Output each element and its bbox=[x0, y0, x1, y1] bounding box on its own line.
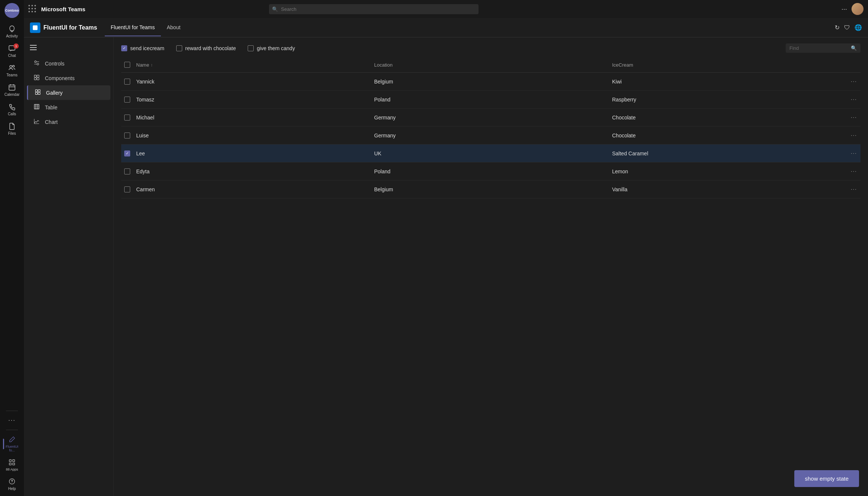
table-icon bbox=[33, 104, 40, 111]
svg-rect-14 bbox=[37, 75, 39, 77]
nav-item-gallery[interactable]: Gallery bbox=[27, 85, 110, 100]
table-row: Luise Germany Chocolate ··· bbox=[121, 127, 861, 144]
app-header: FluentUI for Teams FluentUI for Teams Ab… bbox=[24, 18, 868, 37]
globe-icon[interactable]: 🌐 bbox=[855, 24, 862, 31]
filter-send-icecream[interactable]: ✓ send icecream bbox=[121, 45, 164, 51]
sidebar-item-files[interactable]: Files bbox=[3, 120, 21, 138]
filter-reward-chocolate[interactable]: reward with chocolate bbox=[176, 45, 236, 51]
sidebar-item-activity[interactable]: Activity bbox=[3, 22, 21, 40]
shield-icon[interactable]: 🛡 bbox=[844, 24, 850, 31]
sidebar-item-fluent-label: FluentUI fo... bbox=[4, 445, 19, 452]
sidebar-item-more[interactable]: ··· bbox=[3, 414, 21, 427]
svg-rect-19 bbox=[36, 92, 38, 95]
calendar-icon bbox=[8, 83, 16, 91]
col-icecream-label: IceCream bbox=[612, 62, 633, 68]
row3-actions[interactable]: ··· bbox=[847, 110, 861, 125]
app-nav: FluentUI for Teams About bbox=[105, 19, 187, 36]
app-logo bbox=[30, 22, 40, 33]
row1-actions[interactable]: ··· bbox=[847, 74, 861, 89]
sidebar-item-calls[interactable]: Calls bbox=[3, 100, 21, 118]
nav-item-components[interactable]: Components bbox=[27, 71, 110, 85]
sidebar-item-teams[interactable]: Teams bbox=[3, 61, 21, 79]
find-input[interactable] bbox=[789, 45, 849, 51]
sidebar-item-teams-label: Teams bbox=[6, 73, 17, 77]
nav-item-table[interactable]: Table bbox=[27, 100, 110, 115]
left-nav: Controls Components bbox=[24, 37, 114, 496]
nav-item-chart[interactable]: Chart bbox=[27, 115, 110, 129]
sidebar-item-help-label: Help bbox=[8, 487, 16, 491]
svg-point-12 bbox=[37, 63, 39, 65]
nav-components-label: Components bbox=[45, 75, 74, 81]
components-icon bbox=[33, 74, 40, 82]
row4-actions[interactable]: ··· bbox=[847, 128, 861, 143]
table-area: ✓ send icecream reward with chocolate gi… bbox=[114, 37, 868, 496]
far-sidebar-bottom: ··· FluentUI fo... 88 Apps bbox=[3, 409, 21, 493]
grid-menu-icon[interactable] bbox=[28, 5, 37, 13]
sidebar-item-help[interactable]: Help bbox=[3, 475, 21, 493]
svg-rect-3 bbox=[9, 85, 15, 90]
svg-rect-17 bbox=[36, 90, 38, 92]
sidebar-item-apps[interactable]: 88 Apps bbox=[3, 456, 21, 474]
svg-rect-4 bbox=[9, 460, 11, 462]
row5-actions[interactable]: ··· bbox=[847, 146, 861, 161]
table-row: Yannick Belgium Kiwi ··· bbox=[121, 73, 861, 91]
row1-select[interactable] bbox=[121, 75, 133, 88]
search-input[interactable] bbox=[269, 4, 479, 14]
app-header-right: ↻ 🛡 🌐 bbox=[835, 24, 862, 31]
activity-icon bbox=[8, 25, 16, 33]
row6-select[interactable] bbox=[121, 165, 133, 178]
row2-icecream: Raspberry bbox=[609, 93, 847, 106]
row2-select[interactable] bbox=[121, 93, 133, 106]
row6-actions[interactable]: ··· bbox=[847, 164, 861, 179]
contoso-avatar[interactable]: Contoso bbox=[4, 3, 19, 18]
files-icon bbox=[8, 122, 16, 130]
find-search-icon: 🔍 bbox=[851, 45, 857, 51]
show-empty-state-button[interactable]: show empty state bbox=[794, 470, 859, 487]
checkbox-send-icecream[interactable]: ✓ bbox=[121, 45, 127, 51]
tab-about[interactable]: About bbox=[161, 19, 187, 36]
row3-location: Germany bbox=[371, 111, 609, 124]
row1-name: Yannick bbox=[133, 75, 371, 88]
row5-name: Lee bbox=[133, 147, 371, 160]
svg-rect-7 bbox=[13, 463, 15, 465]
row1-location: Belgium bbox=[371, 75, 609, 88]
bottom-bar: show empty state bbox=[794, 470, 859, 487]
row4-name: Luise bbox=[133, 129, 371, 142]
sidebar-item-fluent[interactable]: FluentUI fo... bbox=[3, 433, 21, 454]
sidebar-item-calendar[interactable]: Calendar bbox=[3, 81, 21, 99]
filter-give-candy[interactable]: give them candy bbox=[248, 45, 295, 51]
row2-location: Poland bbox=[371, 93, 609, 106]
filter-send-icecream-label: send icecream bbox=[130, 45, 164, 51]
row3-select[interactable] bbox=[121, 111, 133, 124]
chat-badge: 1 bbox=[13, 43, 19, 49]
sidebar-item-chat[interactable]: 1 Chat bbox=[3, 42, 21, 60]
row7-actions[interactable]: ··· bbox=[847, 182, 861, 197]
checkbox-give-candy[interactable] bbox=[248, 45, 254, 51]
checkbox-reward-chocolate[interactable] bbox=[176, 45, 182, 51]
row5-select[interactable]: ✓ bbox=[121, 147, 133, 160]
ellipsis-icon[interactable]: ··· bbox=[841, 5, 847, 13]
row4-select[interactable] bbox=[121, 129, 133, 142]
tab-fluent-teams[interactable]: FluentUI for Teams bbox=[105, 19, 161, 36]
refresh-icon[interactable]: ↻ bbox=[835, 24, 840, 31]
row2-actions[interactable]: ··· bbox=[847, 92, 861, 107]
row3-icecream: Chocolate bbox=[609, 111, 847, 124]
row7-select[interactable] bbox=[121, 183, 133, 196]
row4-location: Germany bbox=[371, 129, 609, 142]
apps-icon bbox=[8, 458, 16, 466]
th-icecream[interactable]: IceCream bbox=[609, 60, 847, 69]
content-split: Controls Components bbox=[24, 37, 868, 496]
select-all-checkbox[interactable] bbox=[124, 62, 130, 68]
sidebar-item-apps-label: 88 Apps bbox=[6, 468, 18, 471]
nav-item-controls[interactable]: Controls bbox=[27, 56, 110, 71]
svg-point-2 bbox=[13, 66, 15, 67]
table-header: Name ↕ Location IceCream bbox=[121, 57, 861, 73]
filter-give-candy-label: give them candy bbox=[257, 45, 295, 51]
svg-rect-18 bbox=[38, 90, 40, 92]
th-name[interactable]: Name ↕ bbox=[133, 60, 371, 69]
hamburger-menu[interactable] bbox=[24, 42, 113, 53]
avatar-label: Contoso bbox=[5, 9, 19, 12]
row3-name: Michael bbox=[133, 111, 371, 124]
user-avatar[interactable] bbox=[852, 3, 864, 15]
th-location[interactable]: Location bbox=[371, 60, 609, 69]
